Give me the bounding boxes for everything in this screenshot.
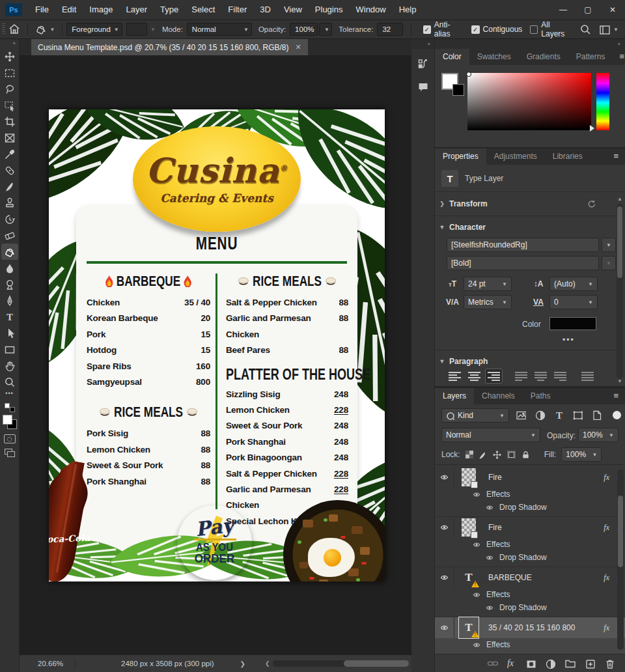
leading-select[interactable]: (Auto)▼ [549, 277, 598, 291]
lock-all-icon[interactable] [521, 450, 531, 460]
filter-smart-objects-icon[interactable] [591, 410, 602, 420]
fill-source-select[interactable]: Foreground▼ [66, 23, 122, 36]
scroll-left-icon[interactable]: ❮ [262, 660, 273, 667]
clone-stamp-tool[interactable] [1, 195, 18, 211]
layer-thumbnail[interactable] [454, 468, 483, 486]
more-options-icon[interactable]: ••• [562, 335, 575, 344]
add-layer-style-icon[interactable]: fx [507, 658, 514, 669]
scrollbar-track[interactable] [273, 660, 395, 667]
layer-thumbnail[interactable]: T [454, 619, 483, 636]
new-layer-icon[interactable] [585, 658, 595, 669]
scroll-down-icon[interactable]: ▼ [617, 378, 622, 384]
layer-row[interactable]: Fire fx ▲ [435, 467, 625, 488]
foreground-color-swatch[interactable] [3, 415, 12, 425]
eraser-tool[interactable] [1, 227, 18, 244]
layer-fx-badge[interactable]: fx [604, 473, 609, 483]
kerning-select[interactable]: Metrics▼ [464, 295, 512, 309]
lock-position-icon[interactable] [492, 450, 502, 460]
effects-row[interactable]: Effects [435, 588, 625, 601]
panels-collapse-icon[interactable]: » [435, 39, 625, 49]
layer-fx-badge[interactable]: fx [604, 623, 609, 633]
tab-libraries[interactable]: Libraries [545, 148, 590, 165]
eyedropper-tool[interactable] [1, 146, 18, 162]
saturation-brightness-map[interactable] [467, 73, 591, 130]
scrollbar-thumb[interactable] [344, 660, 409, 667]
fill-select[interactable]: 100%▼ [561, 447, 602, 462]
layers-scrollbar[interactable] [617, 469, 624, 650]
menu-window[interactable]: Window [349, 0, 392, 20]
effects-row[interactable]: Effects [435, 638, 625, 651]
scrollbar-thumb[interactable] [617, 206, 622, 278]
history-brush-tool[interactable] [1, 211, 18, 227]
delete-layer-icon[interactable] [604, 658, 615, 669]
layer-opacity-select[interactable]: 100%▼ [578, 428, 618, 442]
anti-alias-checkbox[interactable]: ✓Anti-alias [423, 20, 464, 38]
contiguous-checkbox[interactable]: ✓Contiguous [471, 25, 523, 34]
hand-tool[interactable] [1, 357, 18, 374]
visibility-eye-icon[interactable] [473, 491, 480, 498]
font-family-dropdown-icon[interactable]: ▼ [602, 238, 616, 252]
filter-toggle-icon[interactable] [613, 411, 621, 419]
all-layers-checkbox[interactable]: All Layers [530, 20, 572, 38]
align-right-button[interactable] [486, 369, 502, 383]
drop-shadow-row[interactable]: Drop Shadow [435, 601, 625, 614]
toolbar-collapse-icon[interactable]: » [0, 39, 19, 48]
new-adjustment-layer-icon[interactable] [545, 658, 555, 669]
rectangle-tool[interactable] [1, 341, 18, 357]
drop-shadow-row[interactable]: Drop Shadow [435, 501, 625, 514]
close-icon[interactable]: ✕ [600, 0, 625, 20]
minimize-icon[interactable]: — [551, 0, 576, 20]
pattern-swatch[interactable] [126, 23, 147, 36]
background-color-swatch[interactable] [452, 84, 464, 96]
workspace-switcher-icon[interactable] [599, 24, 610, 35]
font-family-select[interactable]: [SteelfishRoundedRg] [447, 238, 599, 252]
effects-row[interactable]: Effects [435, 488, 625, 501]
menu-image[interactable]: Image [83, 0, 119, 20]
scroll-up-icon[interactable]: ▲ [617, 196, 622, 202]
panel-menu-icon[interactable]: ≡ [607, 148, 625, 165]
blend-mode-select[interactable]: Normal▼ [441, 428, 540, 442]
zoom-tool[interactable] [1, 374, 18, 390]
add-layer-mask-icon[interactable] [525, 658, 536, 669]
menu-filter[interactable]: Filter [221, 0, 253, 20]
visibility-eye-icon[interactable] [486, 554, 493, 561]
tab-channels[interactable]: Channels [474, 388, 523, 404]
tab-patterns[interactable]: Patterns [568, 49, 613, 65]
font-size-select[interactable]: 24 pt▼ [464, 277, 512, 291]
default-colors-icon[interactable] [5, 403, 15, 412]
layer-row[interactable]: Fire fx ▲ [435, 517, 625, 538]
tab-layers[interactable]: Layers [435, 388, 474, 404]
visibility-eye-icon[interactable] [435, 567, 454, 588]
hue-slider[interactable] [596, 73, 609, 130]
reset-transform-icon[interactable] [587, 199, 596, 209]
crop-tool[interactable] [1, 113, 18, 130]
visibility-eye-icon[interactable] [486, 504, 493, 511]
screen-mode-icon[interactable] [5, 449, 15, 457]
dock-collapse-icon[interactable]: « [411, 39, 434, 49]
filter-type-layers-icon[interactable] [553, 410, 564, 420]
maximize-icon[interactable]: ▢ [576, 0, 600, 20]
healing-brush-tool[interactable] [1, 162, 18, 178]
home-button[interactable] [5, 21, 23, 37]
layer-thumbnail[interactable] [454, 518, 483, 537]
layer-row[interactable]: T BARBEQUE fx ▲ [435, 567, 625, 588]
visibility-eye-icon[interactable] [435, 617, 454, 638]
menu-edit[interactable]: Edit [55, 0, 83, 20]
dodge-tool[interactable] [1, 276, 18, 292]
filter-shape-layers-icon[interactable] [572, 410, 583, 420]
layer-row-selected[interactable]: T 35 / 40 20 15 15 160 800 fx ▲ [435, 617, 625, 638]
paint-bucket-tool[interactable] [1, 244, 18, 260]
font-style-select[interactable]: [Bold] [447, 256, 599, 270]
opacity-input[interactable]: 100% [290, 23, 318, 36]
foreground-background-swatches[interactable] [441, 73, 467, 99]
search-icon[interactable] [572, 24, 599, 35]
zoom-level[interactable]: 20.66% [20, 660, 75, 667]
horizontal-scrollbar[interactable]: ❮ ❯ [262, 660, 405, 667]
tab-swatches[interactable]: Swatches [469, 49, 519, 65]
tab-adjustments[interactable]: Adjustments [486, 148, 545, 165]
pen-tool[interactable] [1, 292, 18, 309]
tab-properties[interactable]: Properties [435, 148, 486, 165]
move-tool[interactable] [1, 48, 18, 64]
visibility-eye-icon[interactable] [473, 541, 480, 548]
menu-3d[interactable]: 3D [253, 0, 277, 20]
